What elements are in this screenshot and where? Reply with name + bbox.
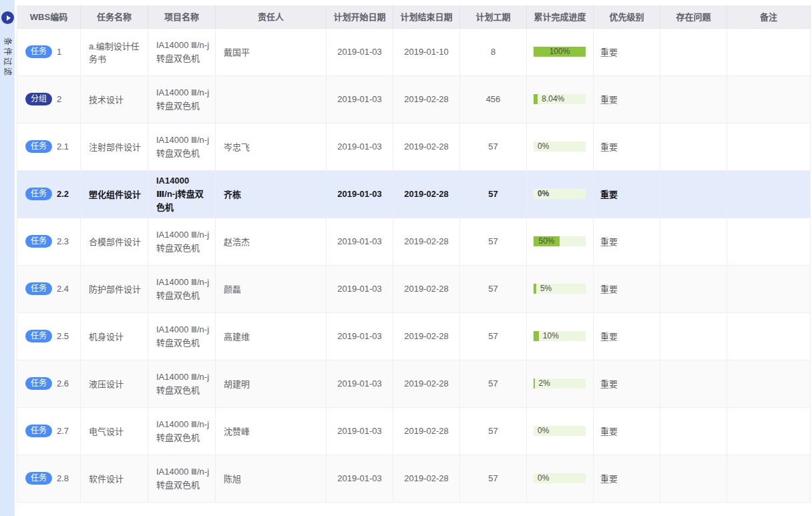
cell-progress: 100% [527,28,594,75]
progress-fill [534,378,535,389]
cell-duration: 57 [460,407,527,455]
cell-remark [727,265,811,312]
cell-start-date: 2019-01-03 [327,170,393,218]
cell-issues [660,407,727,455]
table-row[interactable]: 任务2.2塑化组件设计IA14000 Ⅲ/n-j转盘双色机齐栋2019-01-0… [17,170,811,218]
cell-project: IA14000 Ⅲ/n-j转盘双色机 [148,75,216,123]
cell-priority: 重要 [594,265,660,312]
cell-progress: 0% [527,170,594,218]
table-row[interactable]: 任务2.8软件设计IA14000 Ⅲ/n-j转盘双色机陈旭2019-01-032… [17,455,811,502]
cell-task: 合模部件设计 [81,218,148,265]
cell-task: 技术设计 [81,75,148,123]
cell-duration: 57 [460,170,527,218]
cell-wbs: 任务2.7 [17,407,81,455]
cell-task: 液压设计 [81,360,148,407]
table-row[interactable]: 任务2.6液压设计IA14000 Ⅲ/n-j转盘双色机胡建明2019-01-03… [17,360,811,407]
cell-duration: 57 [460,265,527,312]
col-header-owner[interactable]: 责任人 [216,5,327,28]
cell-project: IA14000 Ⅲ/n-j转盘双色机 [148,218,216,265]
cell-owner: 颜磊 [216,265,327,312]
cell-project: IA14000 Ⅲ/n-j转盘双色机 [148,28,216,75]
col-header-remark[interactable]: 备注 [727,5,811,28]
cell-remark [727,75,811,123]
table-row[interactable]: 任务2.7电气设计IA14000 Ⅲ/n-j转盘双色机沈赞峰2019-01-03… [17,407,811,455]
wbs-code: 2.8 [57,473,69,483]
cell-owner: 齐栋 [216,170,327,218]
cell-issues [660,75,727,123]
progress-label: 5% [540,284,552,294]
table-row[interactable]: 任务2.3合模部件设计IA14000 Ⅲ/n-j转盘双色机赵浩杰2019-01-… [17,218,811,265]
wbs-code: 2.1 [57,142,69,152]
cell-end-date: 2019-02-28 [393,123,460,170]
table-row[interactable]: 任务2.1注射部件设计IA14000 Ⅲ/n-j转盘双色机岑忠飞2019-01-… [17,123,811,170]
cell-wbs: 任务2.5 [17,312,81,360]
cell-start-date: 2019-01-03 [327,75,393,123]
task-badge: 任务 [25,425,52,437]
cell-priority: 重要 [594,28,660,75]
cell-remark [727,123,811,170]
cell-end-date: 2019-02-28 [393,170,460,218]
wbs-task-table: WBS编码 任务名称 项目名称 责任人 计划开始日期 计划结束日期 计划工期 累… [17,5,811,503]
cell-wbs: 任务2.2 [17,170,81,218]
cell-issues [660,123,727,170]
col-header-end[interactable]: 计划结束日期 [393,5,460,28]
task-badge: 任务 [25,282,52,295]
wbs-code: 2.3 [57,236,69,246]
cell-owner: 沈赞峰 [216,407,327,455]
progress-label: 8.04% [542,94,564,104]
wbs-code: 2.2 [57,189,69,199]
col-header-project[interactable]: 项目名称 [148,5,216,28]
progress-label: 10% [543,331,559,341]
cell-duration: 57 [460,218,527,265]
cell-priority: 重要 [594,75,660,123]
cell-progress: 50% [527,218,594,265]
cell-issues [660,455,727,502]
cell-start-date: 2019-01-03 [327,312,393,360]
cell-task: a.编制设计任务书 [81,28,148,75]
progress-bar: 2% [534,378,586,389]
progress-bar: 0% [534,426,586,436]
cell-owner: 陈旭 [216,455,327,502]
cell-end-date: 2019-02-28 [393,407,460,455]
col-header-progress[interactable]: 累计完成进度 [527,5,594,28]
cell-owner: 赵浩杰 [216,218,327,265]
cell-start-date: 2019-01-03 [327,28,393,75]
progress-fill [534,94,538,104]
cell-remark [727,218,811,265]
cell-project: IA14000 Ⅲ/n-j转盘双色机 [148,360,216,407]
cell-remark [727,455,811,502]
cell-duration: 57 [460,455,527,502]
progress-label: 0% [538,426,549,436]
cell-wbs: 任务2.8 [17,455,81,502]
table-row[interactable]: 分组2技术设计IA14000 Ⅲ/n-j转盘双色机2019-01-032019-… [17,75,811,123]
expand-filter-button[interactable] [1,11,14,24]
col-header-priority[interactable]: 优先级别 [594,5,660,28]
wbs-code: 2.6 [57,378,69,389]
cell-task: 塑化组件设计 [81,170,148,218]
table-row[interactable]: 任务1a.编制设计任务书IA14000 Ⅲ/n-j转盘双色机戴国平2019-01… [17,28,811,75]
cell-issues [660,265,727,312]
col-header-task[interactable]: 任务名称 [81,5,148,28]
col-header-issues[interactable]: 存在问题 [660,5,727,28]
col-header-duration[interactable]: 计划工期 [460,5,527,28]
cell-progress: 5% [527,265,594,312]
cell-project: IA14000 Ⅲ/n-j转盘双色机 [148,265,216,312]
wbs-code: 1 [57,47,61,57]
table-row[interactable]: 任务2.5机身设计IA14000 Ⅲ/n-j转盘双色机高建维2019-01-03… [17,312,811,360]
table-row[interactable]: 任务2.4防护部件设计IA14000 Ⅲ/n-j转盘双色机颜磊2019-01-0… [17,265,811,312]
col-header-wbs[interactable]: WBS编码 [17,5,81,28]
task-badge: 任务 [25,45,52,58]
progress-label: 0% [538,189,549,199]
cell-wbs: 任务2.6 [17,360,81,407]
cell-issues [660,312,727,360]
cell-duration: 57 [460,312,527,360]
cell-priority: 重要 [594,455,660,502]
cell-progress: 0% [527,123,594,170]
wbs-code: 2.7 [57,426,69,436]
wbs-code: 2 [57,94,61,104]
cell-task: 电气设计 [81,407,148,455]
cell-project: IA14000 Ⅲ/n-j转盘双色机 [148,407,216,455]
progress-label: 2% [539,378,550,389]
col-header-start[interactable]: 计划开始日期 [327,5,393,28]
play-right-icon [7,15,11,21]
